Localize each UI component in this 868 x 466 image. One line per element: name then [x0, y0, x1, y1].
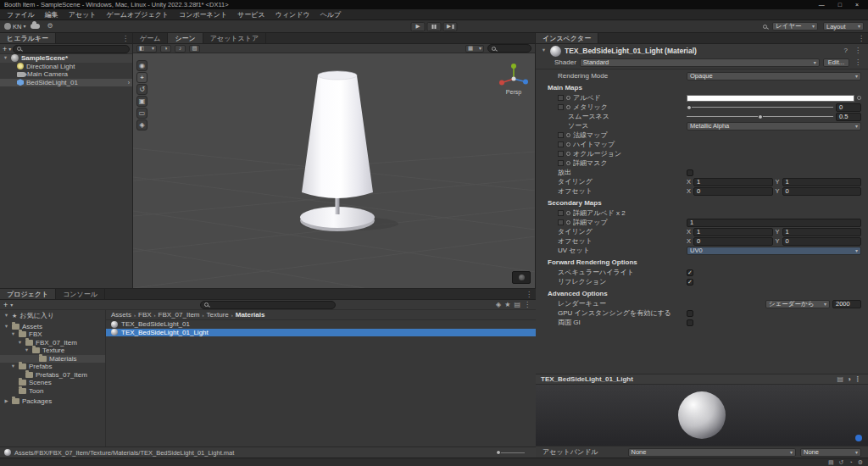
tab-scene[interactable]: シーン — [168, 33, 203, 43]
project-search-input[interactable] — [200, 301, 336, 309]
play-button[interactable]: ▶ — [411, 22, 426, 31]
inspector-more-icon[interactable]: ⋮ — [854, 35, 868, 42]
hierarchy-item-bedsidelight[interactable]: BedSideLight_01 › — [0, 79, 132, 87]
gpu-instancing-checkbox[interactable] — [687, 310, 693, 317]
asset-bundle-variant-dropdown[interactable]: None▾ — [800, 448, 861, 457]
scene-orientation-gizmo[interactable]: Persp — [499, 64, 528, 96]
tab-project[interactable]: プロジェクト — [0, 289, 56, 299]
hierarchy-add-button[interactable]: + — [3, 45, 7, 53]
height-map-picker-icon[interactable] — [566, 142, 570, 147]
tree-item-assets[interactable]: ▼ Assets — [0, 323, 105, 331]
main-offset-y-field[interactable]: 0 — [782, 187, 861, 196]
hierarchy-add-caret-icon[interactable]: ▾ — [8, 47, 11, 52]
specular-checkbox[interactable]: ✓ — [687, 269, 693, 276]
tab-game[interactable]: ゲーム — [133, 33, 168, 43]
rect-tool-button[interactable]: ▭ — [136, 108, 147, 119]
scene-effects-toggle[interactable]: ▨ — [189, 45, 200, 53]
project-add-button[interactable]: + — [3, 301, 8, 309]
services-gear-icon[interactable]: ⚙ — [45, 23, 54, 30]
shader-edit-button[interactable]: Edit... — [823, 58, 849, 67]
search-by-label-icon[interactable]: ★ — [503, 302, 512, 308]
tree-item-scenes[interactable]: Scenes — [0, 379, 105, 387]
menu-edit[interactable]: 編集 — [40, 10, 64, 19]
transform-tool-button[interactable]: ◈ — [136, 119, 147, 130]
rendering-mode-dropdown[interactable]: Opaque▾ — [687, 72, 861, 80]
smoothness-value-field[interactable]: 0.5 — [836, 113, 861, 121]
detail-normal-scale-field[interactable]: 1 — [687, 219, 861, 227]
hierarchy-item-main-camera[interactable]: Main Camera — [0, 70, 132, 79]
main-tiling-x-field[interactable]: 1 — [693, 178, 772, 186]
project-settings-more-icon[interactable]: ⋮ — [522, 302, 532, 308]
menu-help[interactable]: ヘルプ — [315, 10, 347, 19]
breadcrumb-materials[interactable]: Materials — [236, 311, 265, 319]
grid-dropdown[interactable]: ▦▾ — [465, 45, 484, 53]
menu-assets[interactable]: アセット — [64, 10, 102, 19]
asset-bundle-dropdown[interactable]: None▾ — [628, 448, 797, 457]
activity-icon[interactable]: ▤ — [828, 459, 834, 466]
foldout-icon[interactable]: ▼ — [3, 56, 8, 61]
render-queue-dropdown[interactable]: シェーダーから▾ — [765, 300, 830, 308]
camera-preview[interactable] — [512, 271, 531, 284]
sec-offset-y-field[interactable]: 0 — [782, 237, 861, 246]
normal-map-texture-thumb[interactable] — [558, 132, 564, 138]
metallic-value-field[interactable]: 0 — [836, 103, 861, 112]
prefab-open-chevron-icon[interactable]: › — [128, 80, 130, 86]
tab-asset-store[interactable]: アセットストア — [203, 33, 266, 43]
hierarchy-more-icon[interactable]: ⋮ — [119, 35, 132, 42]
search-by-type-icon[interactable]: ◈ — [494, 302, 503, 308]
step-button[interactable]: ▶ — [443, 22, 458, 31]
detail-mask-picker-icon[interactable] — [566, 161, 570, 165]
height-map-texture-thumb[interactable] — [558, 141, 564, 147]
two-column-layout-icon[interactable]: ▤ — [512, 302, 522, 308]
view-tool-button[interactable]: ◉ — [136, 60, 147, 71]
breadcrumb-assets[interactable]: Assets — [111, 311, 131, 319]
uv-set-dropdown[interactable]: UV0▾ — [687, 247, 861, 255]
tab-hierarchy[interactable]: ヒエラルキー — [0, 33, 56, 43]
sec-tiling-y-field[interactable]: 1 — [782, 228, 861, 236]
rotate-tool-button[interactable]: ↺ — [136, 84, 147, 95]
material-foldout-icon[interactable]: ▼ — [541, 48, 547, 53]
shader-dropdown[interactable]: Standard▾ — [580, 58, 820, 67]
pause-button[interactable] — [427, 22, 442, 31]
material-preview-header[interactable]: TEX_BedSideLight_01_Light ▤ ◑ ⋮ — [536, 374, 868, 385]
minimize-button[interactable]: — — [819, 2, 825, 8]
cloud-icon[interactable] — [31, 24, 40, 29]
layout-dropdown[interactable]: Layout▾ — [823, 22, 864, 31]
metallic-texture-thumb[interactable] — [558, 104, 564, 110]
tree-item-texture[interactable]: ▼ Texture — [0, 347, 105, 355]
detail-albedo-texture-thumb[interactable] — [558, 210, 564, 216]
project-more-icon[interactable]: ⋮ — [522, 291, 536, 298]
tree-item-prefabs-07-item[interactable]: Prefabs_07_Item — [0, 371, 105, 380]
menu-services[interactable]: サービス — [232, 10, 270, 19]
main-tiling-y-field[interactable]: 1 — [782, 178, 861, 186]
tree-item-favorites[interactable]: ▼ ★ お気に入り — [0, 312, 105, 320]
hierarchy-search-input[interactable] — [13, 45, 130, 53]
detail-normal-texture-thumb[interactable] — [558, 219, 564, 225]
scene-audio-toggle[interactable]: ♪ — [175, 45, 186, 53]
occlusion-picker-icon[interactable] — [566, 152, 570, 156]
tree-item-fbx[interactable]: ▼ FBX — [0, 330, 105, 339]
lamp-model[interactable] — [300, 71, 398, 231]
menu-file[interactable]: ファイル — [2, 10, 40, 19]
hierarchy-item-directional-light[interactable]: Directional Light — [0, 63, 132, 71]
preview-mode-icon[interactable]: ▤ — [836, 376, 846, 383]
menu-window[interactable]: ウィンドウ — [270, 10, 315, 19]
smoothness-slider[interactable] — [687, 113, 833, 121]
layers-dropdown[interactable]: レイヤー▾ — [772, 22, 818, 31]
tree-item-fbx-07-item[interactable]: ▼ FBX_07_Item — [0, 339, 105, 347]
preview-light-icon[interactable]: ◑ — [845, 376, 853, 383]
persp-label[interactable]: Persp — [506, 89, 521, 96]
source-dropdown[interactable]: Metallic Alpha▾ — [687, 122, 861, 130]
sec-tiling-x-field[interactable]: 1 — [693, 228, 772, 236]
preview-more-icon[interactable]: ⋮ — [853, 376, 863, 383]
normal-map-picker-icon[interactable] — [566, 133, 570, 137]
tree-item-prefabs[interactable]: ▼ Prefabs — [0, 363, 105, 371]
progress-icon[interactable]: ◔ — [849, 459, 852, 466]
tab-inspector[interactable]: インスペクター — [536, 33, 598, 43]
occlusion-texture-thumb[interactable] — [558, 151, 564, 157]
shader-more-icon[interactable]: ⋮ — [853, 59, 863, 66]
reflections-checkbox[interactable]: ✓ — [687, 279, 693, 286]
tree-item-materials[interactable]: Materials — [0, 355, 105, 363]
tree-item-toon[interactable]: Toon — [0, 387, 105, 396]
albedo-color-swatch[interactable] — [687, 95, 854, 102]
